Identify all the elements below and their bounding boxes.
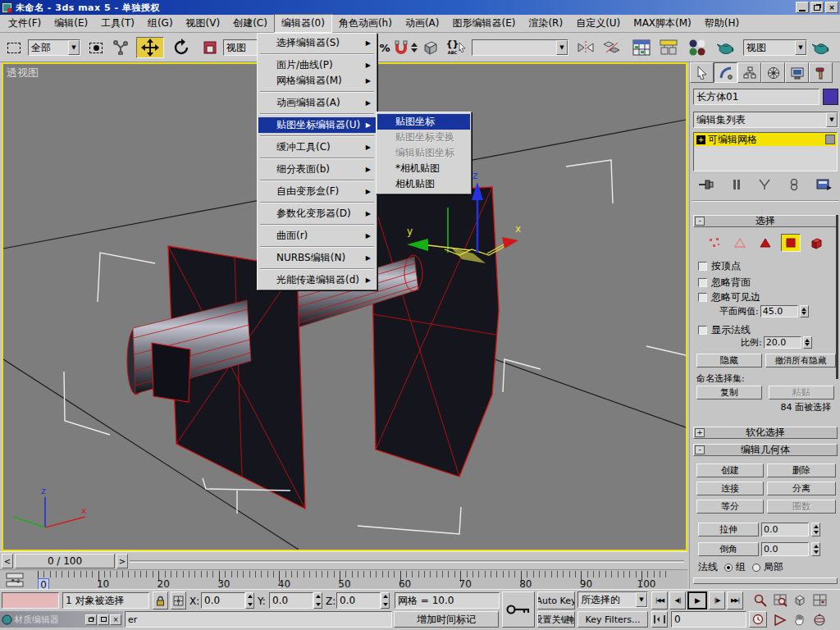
menubar-item-3[interactable]: 组(G) — [141, 15, 180, 32]
modifiers-menu-item-4[interactable]: 贴图坐标编辑器(U)▶ — [258, 117, 376, 133]
zoom-extents-button[interactable] — [791, 591, 809, 609]
stack-item-editable-mesh[interactable]: + 可编辑网格 — [694, 133, 837, 146]
y-coordinate-field[interactable]: 0.0 — [269, 592, 313, 609]
play-button[interactable]: ▶ — [687, 591, 707, 609]
show-end-result-icon[interactable] — [732, 178, 742, 191]
scale-spinner[interactable] — [803, 336, 812, 349]
time-configuration-button[interactable] — [749, 611, 767, 628]
modifiers-menu-item-6[interactable]: 细分表面(b)▶ — [258, 162, 376, 177]
field-of-view-button[interactable] — [771, 611, 789, 628]
restore-window-button[interactable] — [85, 614, 97, 625]
checkbox-icon[interactable] — [698, 278, 707, 287]
panel-scrollbar[interactable] — [836, 215, 838, 379]
render-scene-icon[interactable] — [715, 38, 738, 57]
tab-create[interactable] — [690, 62, 714, 83]
modifier-list-dropdown[interactable]: 编辑集列表 ▼ — [693, 112, 838, 128]
zoom-extents-all-button[interactable] — [810, 591, 829, 609]
menubar-item-11[interactable]: 自定义(U) — [569, 15, 627, 32]
menubar-item-10[interactable]: 渲染(R) — [522, 15, 569, 32]
tab-hierarchy[interactable] — [737, 62, 761, 83]
render-type-dropdown[interactable]: 视图 ▼ — [743, 39, 807, 56]
zoom-button[interactable] — [751, 591, 769, 609]
extrude-field[interactable]: 0.0 — [761, 523, 809, 536]
modifier-stack[interactable]: + 可编辑网格 — [693, 132, 838, 171]
tab-modify[interactable] — [714, 62, 737, 83]
create-button[interactable]: 创建 — [696, 463, 764, 477]
modifiers-menu-item-2[interactable]: 网格编辑器(M)▶ — [258, 73, 376, 89]
checkbox-icon[interactable] — [698, 262, 707, 271]
material-editor-icon[interactable] — [686, 38, 709, 57]
subobject-edge-icon[interactable] — [730, 234, 750, 252]
object-name-field[interactable]: 长方体01 — [693, 89, 819, 105]
track-bar[interactable]: 0102030405060708090100 — [0, 569, 687, 589]
select-object-icon[interactable] — [85, 38, 107, 57]
chevron-down-icon[interactable]: ▼ — [68, 40, 80, 55]
radio-normal-group[interactable]: 组 — [724, 560, 746, 574]
radio-icon[interactable] — [724, 564, 733, 572]
attach-button[interactable]: 连接 — [696, 482, 764, 495]
snapshot-icon[interactable] — [420, 38, 440, 57]
snap-magnet-icon[interactable] — [393, 38, 409, 57]
select-and-link-icon[interactable] — [110, 38, 131, 57]
turn-button[interactable]: 圈数 — [767, 500, 836, 514]
modifiers-menu-item-5[interactable]: 缓冲工具(C)▶ — [258, 139, 376, 155]
select-and-scale-button[interactable] — [199, 38, 221, 57]
menubar-item-6[interactable]: 编辑器(0) — [274, 14, 332, 33]
uv-submenu-item-4[interactable]: 相机贴图 — [377, 176, 470, 192]
modifiers-menu-item-9[interactable]: 曲面(r)▶ — [258, 228, 376, 244]
subobject-face-icon[interactable] — [756, 234, 775, 252]
paste-button[interactable]: 粘贴 — [769, 386, 834, 399]
menubar-item-13[interactable]: 帮助(H) — [698, 15, 746, 32]
subobject-vertex-icon[interactable] — [705, 234, 724, 252]
modifiers-menu-item-10[interactable]: NURBS编辑(N)▶ — [258, 250, 376, 266]
pan-button[interactable] — [791, 611, 809, 628]
expand-icon[interactable]: + — [696, 135, 705, 144]
key-mode-dropdown[interactable]: 所选择的 ▼ — [578, 591, 648, 608]
arc-rotate-button[interactable] — [810, 611, 829, 628]
tab-display[interactable] — [785, 62, 809, 83]
next-frame-button[interactable]: ||▶ — [709, 591, 725, 609]
select-and-move-button[interactable] — [136, 37, 164, 58]
object-color-swatch[interactable] — [823, 89, 838, 105]
uv-submenu-item-3[interactable]: *相机贴图 — [377, 161, 470, 176]
radio-normal-local[interactable]: 局部 — [752, 560, 783, 574]
uv-submenu-item-2[interactable]: 编辑贴图坐标 — [377, 145, 470, 161]
viewport-label[interactable]: 透视图 — [7, 66, 39, 80]
radio-icon[interactable] — [752, 564, 760, 572]
add-time-tag[interactable]: 增加时间标记 — [394, 611, 499, 628]
mirror-icon[interactable] — [575, 38, 596, 57]
menubar-item-4[interactable]: 视图(V) — [180, 15, 227, 32]
chevron-down-icon[interactable]: ▼ — [826, 112, 838, 127]
menubar-item-0[interactable]: 文件(F) — [2, 15, 48, 32]
scale-field[interactable]: 20.0 — [764, 336, 801, 349]
bevel-field[interactable]: 0.0 — [761, 542, 809, 556]
collapse-icon[interactable]: - — [695, 217, 705, 226]
align-icon[interactable] — [601, 38, 623, 57]
delete-button[interactable]: 删除 — [767, 463, 836, 477]
minimize-button[interactable] — [796, 2, 809, 13]
copy-button[interactable]: 复制 — [696, 386, 762, 399]
z-spinner[interactable] — [381, 592, 390, 609]
prev-frame-arrow[interactable]: < — [2, 554, 13, 568]
pin-stack-icon[interactable] — [698, 178, 714, 191]
key-filters-button[interactable]: Key Filters... — [578, 611, 648, 628]
quick-render-icon[interactable] — [810, 38, 833, 57]
z-coordinate-field[interactable]: 0.0 — [336, 592, 381, 609]
x-coordinate-field[interactable]: 0.0 — [201, 592, 245, 609]
modifiers-menu-item-1[interactable]: 面片/曲线(P)▶ — [258, 57, 376, 73]
menubar-item-12[interactable]: MAX脚本(M) — [627, 15, 698, 32]
mini-listener[interactable] — [2, 592, 59, 609]
uv-submenu-item-0[interactable]: 贴图坐标 — [377, 114, 470, 130]
chevron-down-icon[interactable]: ▼ — [556, 40, 568, 55]
region-select-icon[interactable] — [3, 38, 25, 57]
modifiers-menu-item-7[interactable]: 自由变形盒(F)▶ — [258, 184, 376, 199]
next-frame-arrow[interactable]: > — [116, 554, 128, 568]
x-spinner[interactable] — [245, 592, 254, 609]
remove-modifier-icon[interactable] — [788, 178, 800, 191]
named-selection-dropdown[interactable]: ▼ — [472, 39, 568, 56]
menubar-item-8[interactable]: 动画(A) — [399, 15, 446, 32]
previous-frame-button[interactable]: ◀|| — [669, 591, 686, 609]
bevel-spinner[interactable] — [811, 542, 820, 556]
select-and-rotate-button[interactable] — [167, 38, 195, 57]
zoom-all-button[interactable] — [771, 591, 789, 609]
